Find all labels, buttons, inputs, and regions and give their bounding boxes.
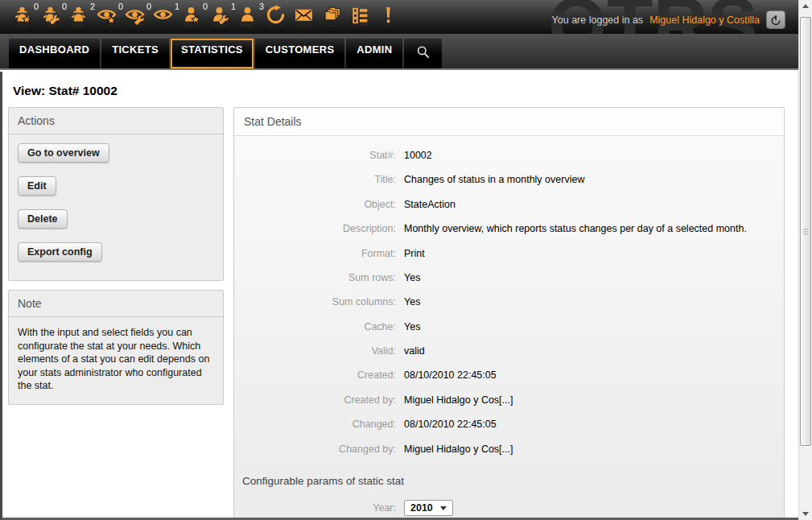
field-row: Cache:Yes (234, 320, 784, 334)
field-label: Description: (234, 222, 396, 236)
field-label: Valid: (234, 345, 396, 358)
year-select-value: 2010 (410, 502, 433, 514)
field-value: Yes (404, 320, 420, 334)
field-row: Changed:08/10/2010 22:45:05 (234, 418, 784, 431)
field-value: valid (404, 345, 425, 358)
field-value: Print (404, 247, 425, 261)
tab-admin[interactable]: ADMIN (346, 39, 402, 68)
tab-customers[interactable]: CUSTOMERS (255, 39, 345, 68)
scrollbar-thumb[interactable] (800, 17, 811, 446)
main-navigation: DASHBOARD TICKETS STATISTICS CUSTOMERS A… (0, 34, 798, 68)
note-text: With the input and select fields you can… (18, 326, 214, 399)
field-value: 10002 (404, 149, 432, 163)
field-label: Sum columns: (234, 295, 396, 309)
field-value: Miguel Hidalgo y Cos[...] (404, 394, 513, 407)
actions-box-title: Actions (9, 108, 223, 134)
field-value: StateAction (404, 198, 455, 212)
agent-icon[interactable]: 2 (68, 5, 89, 27)
logged-in-user-link[interactable]: Miguel Hidalgo y Costilla (649, 14, 760, 26)
field-label: Sum rows: (234, 271, 396, 285)
badge: 0 (62, 2, 67, 11)
chevron-down-icon (440, 506, 447, 510)
field-value: Changes of status in a monthly overview (404, 173, 584, 187)
field-row: Changed by:Miguel Hidalgo y Cos[...] (234, 443, 784, 456)
field-row: Created:08/10/2010 22:45:05 (234, 369, 784, 382)
field-row: Created by:Miguel Hidalgo y Cos[...] (234, 394, 784, 407)
field-row: Object:StateAction (234, 198, 784, 212)
field-label: Title: (234, 173, 396, 187)
list-icon[interactable] (350, 5, 371, 27)
year-label: Year: (234, 502, 396, 514)
field-row: Sum columns:Yes (234, 295, 784, 309)
field-row: Sum rows:Yes (234, 271, 784, 285)
sidebar: Actions Go to overview Edit Delete Expor… (8, 107, 224, 414)
field-label: Created by: (234, 394, 396, 407)
tab-dashboard[interactable]: DASHBOARD (9, 39, 100, 68)
tab-statistics[interactable]: STATISTICS (171, 39, 253, 68)
field-label: Object: (234, 198, 396, 212)
field-value: Yes (404, 271, 420, 285)
agent-wrench-icon[interactable]: 0 (40, 5, 61, 27)
person-wrench-icon[interactable]: 1 (209, 5, 230, 27)
person-star-icon[interactable]: 0 (181, 5, 202, 27)
go-to-overview-button[interactable]: Go to overview (18, 143, 109, 163)
delete-button[interactable]: Delete (18, 209, 68, 229)
logout-button[interactable] (766, 10, 785, 29)
agent-star-icon[interactable]: 0 (12, 5, 33, 27)
tab-tickets[interactable]: TICKETS (101, 39, 169, 68)
field-value: 08/10/2010 22:45:05 (404, 369, 497, 382)
folders-icon[interactable] (322, 5, 343, 27)
person-icon[interactable]: 3 (237, 5, 258, 27)
field-label: Changed: (234, 418, 396, 431)
field-value: 08/10/2010 22:45:05 (404, 418, 497, 431)
power-icon (769, 14, 782, 27)
scroll-down-arrow[interactable] (799, 512, 812, 516)
badge: 0 (146, 2, 151, 11)
badge: 3 (259, 2, 264, 11)
year-select[interactable]: 2010 (404, 500, 453, 516)
badge: 2 (90, 2, 95, 11)
note-box: Note With the input and select fields yo… (8, 290, 224, 405)
login-prefix: You are logged in as (552, 14, 644, 26)
field-label: Stat#: (234, 149, 396, 163)
actions-box: Actions Go to overview Edit Delete Expor… (8, 107, 224, 281)
field-row: Valid:valid (234, 345, 784, 358)
edit-button[interactable]: Edit (18, 176, 56, 196)
badge: 0 (34, 2, 39, 11)
refresh-icon[interactable] (266, 5, 286, 27)
badge: 0 (118, 2, 123, 11)
exclamation-icon[interactable] (378, 5, 399, 27)
badge: 0 (203, 2, 208, 11)
search-icon (415, 44, 431, 60)
params-section-title: Configurable params of static stat (242, 475, 784, 487)
badge: 1 (231, 2, 236, 11)
page-content: View: Stat# 10002 Actions Go to overview… (0, 72, 798, 520)
field-value: Yes (404, 295, 420, 309)
stat-details-widget: Stat Details Stat#:10002 Title:Changes o… (233, 107, 785, 520)
login-status: You are logged in as Miguel Hidalgo y Co… (552, 10, 785, 29)
field-label: Cache: (234, 320, 396, 334)
eye-icon[interactable]: 1 (153, 5, 174, 27)
field-row: Title:Changes of status in a monthly ove… (234, 173, 784, 187)
scroll-up-arrow[interactable] (799, 4, 812, 8)
note-box-title: Note (9, 291, 223, 317)
vertical-scrollbar[interactable] (798, 0, 812, 520)
scrollbar-grip (803, 227, 808, 236)
stat-details-title: Stat Details (234, 108, 784, 136)
field-row: Stat#:10002 (234, 149, 784, 163)
field-label: Changed by: (234, 443, 396, 456)
page-title: View: Stat# 10002 (13, 84, 798, 98)
field-row: Format:Print (234, 247, 784, 261)
top-header: OTRS 0 0 2 0 0 1 0 (0, 0, 798, 70)
field-value: Monthly overview, which reports status c… (404, 222, 747, 236)
mail-icon[interactable] (294, 5, 315, 27)
eye-wrench-icon[interactable]: 0 (125, 5, 146, 27)
field-label: Format: (234, 247, 396, 261)
param-row: Year: 2010 (234, 500, 784, 516)
field-value: Miguel Hidalgo y Cos[...] (404, 443, 513, 456)
field-row: Description:Monthly overview, which repo… (234, 222, 784, 236)
search-button[interactable] (404, 39, 442, 68)
export-config-button[interactable]: Export config (18, 242, 102, 262)
field-label: Created: (234, 369, 396, 382)
eye-star-icon[interactable]: 0 (97, 5, 117, 27)
